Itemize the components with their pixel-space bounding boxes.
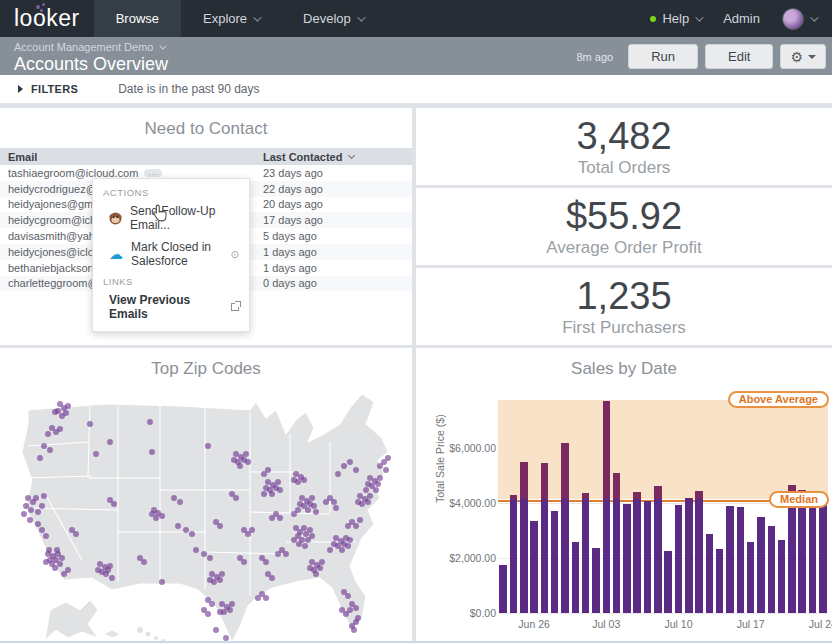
zip-code-dot	[301, 525, 307, 531]
zip-code-dot	[177, 499, 183, 505]
bar	[530, 521, 538, 613]
zip-code-dot	[277, 487, 283, 493]
zip-code-dot	[107, 439, 113, 445]
zip-code-dot	[353, 523, 359, 529]
total-orders-label: Total Orders	[416, 158, 832, 178]
status-dot-icon	[650, 16, 656, 22]
zip-code-dot	[345, 593, 351, 599]
edit-button[interactable]: Edit	[705, 44, 773, 69]
menu-item[interactable]: ☁Mark Closed in Salesforce⊙	[93, 236, 249, 272]
column-header-email[interactable]: Email	[0, 151, 263, 163]
zip-code-dot	[45, 431, 51, 437]
zip-code-dot	[201, 551, 207, 557]
bar	[541, 463, 549, 613]
last-contacted-cell: 20 days ago	[263, 198, 412, 210]
zip-code-dot	[149, 449, 155, 455]
zip-code-dot	[297, 501, 303, 507]
first-purchasers-label: First Purchasers	[416, 318, 832, 338]
zip-code-dot	[219, 571, 225, 577]
salesforce-icon: ☁	[109, 249, 123, 259]
zip-code-dot	[283, 551, 289, 557]
total-orders-value: 3,482	[416, 116, 832, 158]
average-order-profit-value: $55.92	[416, 196, 832, 238]
zip-code-dot	[353, 605, 359, 611]
chevron-down-icon	[695, 13, 703, 21]
bar	[675, 505, 683, 613]
bar	[685, 498, 693, 613]
zip-code-dot	[333, 535, 339, 541]
zip-code-dot	[323, 499, 329, 505]
menu-item[interactable]: Send Follow-Up Email...	[93, 200, 249, 236]
filter-value[interactable]: Date is in the past 90 days	[118, 82, 259, 96]
y-tick-label: $4,000.00	[436, 497, 496, 509]
y-tick-label: $2,000.00	[436, 552, 496, 564]
us-map-svg	[0, 382, 412, 643]
row-actions-icon[interactable]: ...	[144, 169, 162, 177]
bar	[726, 506, 734, 613]
zip-code-dot	[261, 491, 267, 497]
zip-code-dot	[47, 447, 53, 453]
zip-code-dot	[65, 567, 71, 573]
zip-code-dot	[367, 493, 373, 499]
nav-tab-develop[interactable]: Develop	[281, 0, 385, 37]
zip-code-dot	[193, 547, 199, 553]
zip-code-dot	[97, 561, 103, 567]
zip-code-dot	[41, 443, 47, 449]
looker-logo-text: looker	[14, 5, 80, 32]
run-button[interactable]: Run	[628, 44, 698, 69]
mouse-cursor-icon	[152, 204, 168, 222]
zip-code-dot	[54, 547, 60, 553]
zip-code-dot	[263, 595, 269, 601]
chevron-down-icon	[810, 13, 818, 21]
zip-code-dot	[331, 541, 337, 547]
logo-bubble-icon	[40, 9, 43, 12]
filters-bar: FILTERS Date is in the past 90 days	[0, 75, 832, 104]
column-header-last-contacted[interactable]: Last Contacted	[263, 151, 412, 163]
nav-tab-explore[interactable]: Explore	[181, 0, 281, 37]
zip-code-dot	[345, 523, 351, 529]
action-status-icon: ⊙	[231, 249, 239, 260]
looker-logo[interactable]: looker	[0, 0, 94, 37]
zip-code-dot	[296, 541, 302, 547]
zip-code-dot	[309, 559, 315, 565]
zip-code-dot	[299, 495, 305, 501]
zip-code-dot	[311, 503, 317, 509]
zip-code-dot	[28, 507, 34, 513]
zip-code-dot	[339, 547, 345, 553]
average-order-profit-card: $55.92 Average Order Profit	[416, 188, 832, 265]
zip-code-dot	[263, 485, 269, 491]
admin-menu[interactable]: Admin	[723, 11, 760, 26]
bar	[572, 542, 580, 613]
zip-code-dot	[57, 561, 63, 567]
zip-code-dot	[293, 471, 299, 477]
user-menu[interactable]	[782, 8, 816, 30]
first-purchasers-value: 1,235	[416, 276, 832, 318]
bar	[520, 462, 528, 613]
last-contacted-cell: 1 days ago	[263, 262, 412, 274]
zip-code-dot	[209, 601, 215, 607]
filters-label[interactable]: FILTERS	[31, 83, 78, 95]
help-menu[interactable]: Help	[650, 11, 701, 26]
zip-code-dot	[309, 495, 315, 501]
zip-code-dot	[302, 543, 308, 549]
nav-tab-browse[interactable]: Browse	[94, 0, 181, 37]
zip-code-dot	[327, 547, 333, 553]
zip-code-dot	[25, 495, 31, 501]
zip-code-dot	[357, 493, 363, 499]
menu-item[interactable]: View Previous Emails	[93, 289, 249, 325]
bar	[499, 565, 507, 613]
dashboard-settings-button[interactable]: ⚙	[780, 44, 826, 69]
zip-code-dot	[46, 547, 52, 553]
zip-code-dot	[231, 457, 237, 463]
zip-code-dot	[95, 567, 101, 573]
zip-code-dot	[301, 477, 307, 483]
menu-section-label: ACTIONS	[93, 183, 249, 200]
gear-icon: ⚙	[790, 49, 803, 65]
last-contacted-cell: 22 days ago	[263, 183, 412, 195]
expand-triangle-icon[interactable]	[18, 85, 23, 93]
admin-label: Admin	[723, 11, 760, 26]
zip-code-dot	[241, 559, 247, 565]
nav-tab-browse-label: Browse	[116, 11, 159, 26]
bar	[737, 507, 745, 613]
bar	[798, 490, 806, 613]
